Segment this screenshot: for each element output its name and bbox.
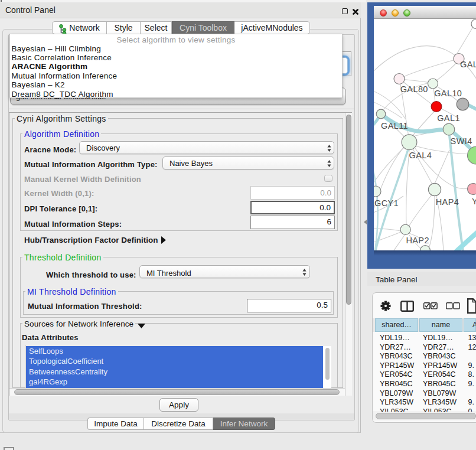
- svg-text:GAL10: GAL10: [434, 89, 462, 98]
- svg-text:HAP4: HAP4: [436, 197, 459, 207]
- svg-text:GAL1: GAL1: [437, 113, 460, 123]
- svg-text:SWI4: SWI4: [451, 136, 472, 146]
- svg-text:GAL11: GAL11: [381, 121, 408, 131]
- svg-text:HAP2: HAP2: [406, 236, 429, 245]
- svg-text:Y: Y: [472, 197, 476, 206]
- svg-text:GCY1: GCY1: [374, 198, 399, 208]
- svg-text:GAL4: GAL4: [409, 151, 432, 160]
- svg-text:GAL80: GAL80: [400, 84, 428, 94]
- svg-text:GAL2: GAL2: [460, 60, 476, 69]
